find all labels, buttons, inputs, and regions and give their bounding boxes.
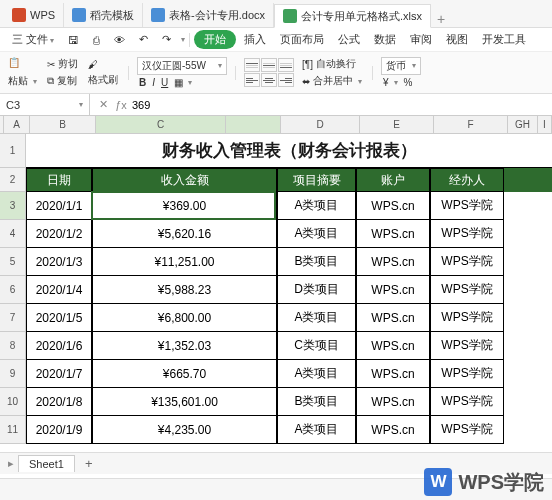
- col-header[interactable]: I: [538, 116, 552, 133]
- row-header[interactable]: 2: [0, 168, 25, 192]
- cut-button[interactable]: ✂剪切: [45, 56, 80, 72]
- col-header[interactable]: A: [4, 116, 30, 133]
- row-header[interactable]: 6: [0, 276, 25, 304]
- cell[interactable]: WPS学院: [430, 248, 504, 276]
- percent-button[interactable]: %: [402, 76, 415, 89]
- cell[interactable]: WPS学院: [430, 304, 504, 332]
- row-header[interactable]: 10: [0, 388, 25, 416]
- table-row[interactable]: 2020/1/3¥11,251.00B类项目WPS.cnWPS学院: [26, 248, 552, 276]
- ribbon-layout[interactable]: 页面布局: [274, 30, 330, 49]
- cell[interactable]: 2020/1/3: [26, 248, 92, 276]
- paste-button[interactable]: 📋: [6, 56, 39, 72]
- row-header[interactable]: 9: [0, 360, 25, 388]
- cell[interactable]: B类项目: [277, 248, 356, 276]
- col-header[interactable]: E: [360, 116, 434, 133]
- formula-input[interactable]: [132, 94, 546, 115]
- cell[interactable]: A类项目: [277, 360, 356, 388]
- cell[interactable]: ¥665.70: [92, 360, 277, 388]
- fx-icon[interactable]: ƒx: [114, 99, 128, 111]
- cell[interactable]: WPS.cn: [356, 360, 430, 388]
- cell[interactable]: WPS.cn: [356, 332, 430, 360]
- cell[interactable]: D类项目: [277, 276, 356, 304]
- ribbon-start[interactable]: 开始: [194, 30, 236, 49]
- paste-label[interactable]: 粘贴▾: [6, 73, 39, 89]
- currency-button[interactable]: ¥▾: [381, 76, 400, 89]
- row-header[interactable]: 1: [0, 134, 25, 168]
- col-header[interactable]: B: [30, 116, 96, 133]
- cell[interactable]: ¥6,800.00: [92, 304, 277, 332]
- cell[interactable]: ¥5,620.16: [92, 220, 277, 248]
- table-row[interactable]: 2020/1/1¥369.00A类项目WPS.cnWPS学院: [26, 192, 552, 220]
- cell[interactable]: 2020/1/7: [26, 360, 92, 388]
- col-header[interactable]: C: [96, 116, 226, 133]
- cell[interactable]: A类项目: [277, 192, 356, 220]
- cell[interactable]: A类项目: [277, 220, 356, 248]
- col-header[interactable]: F: [434, 116, 508, 133]
- row-header[interactable]: 5: [0, 248, 25, 276]
- copy-button[interactable]: ⧉复制: [45, 73, 80, 89]
- cancel-icon[interactable]: ✕: [96, 98, 110, 111]
- table-row[interactable]: 2020/1/4¥5,988.23D类项目WPS.cnWPS学院: [26, 276, 552, 304]
- ribbon-formula[interactable]: 公式: [332, 30, 366, 49]
- ribbon-insert[interactable]: 插入: [238, 30, 272, 49]
- add-sheet-button[interactable]: +: [79, 456, 99, 471]
- bold-button[interactable]: B: [137, 76, 148, 89]
- cell[interactable]: WPS.cn: [356, 276, 430, 304]
- cell[interactable]: WPS.cn: [356, 304, 430, 332]
- align-top[interactable]: [244, 58, 260, 72]
- row-header[interactable]: 3: [0, 192, 25, 220]
- cell[interactable]: WPS学院: [430, 220, 504, 248]
- undo-icon[interactable]: ↶: [133, 31, 154, 48]
- table-row[interactable]: 2020/1/5¥6,800.00A类项目WPS.cnWPS学院: [26, 304, 552, 332]
- table-row[interactable]: 2020/1/6¥1,352.03C类项目WPS.cnWPS学院: [26, 332, 552, 360]
- ribbon-data[interactable]: 数据: [368, 30, 402, 49]
- cell[interactable]: 2020/1/5: [26, 304, 92, 332]
- cell[interactable]: WPS.cn: [356, 388, 430, 416]
- ribbon-review[interactable]: 审阅: [404, 30, 438, 49]
- cell[interactable]: WPS学院: [430, 416, 504, 444]
- align-left[interactable]: [244, 73, 260, 87]
- cell[interactable]: 2020/1/6: [26, 332, 92, 360]
- row-header[interactable]: 4: [0, 220, 25, 248]
- table-row[interactable]: 2020/1/2¥5,620.16A类项目WPS.cnWPS学院: [26, 220, 552, 248]
- align-center[interactable]: [261, 73, 277, 87]
- row-header[interactable]: 8: [0, 332, 25, 360]
- col-header[interactable]: [226, 116, 281, 133]
- cell[interactable]: A类项目: [277, 416, 356, 444]
- align-bottom[interactable]: [278, 58, 294, 72]
- merge-button[interactable]: ⬌ 合并居中▾: [300, 73, 364, 89]
- cell[interactable]: B类项目: [277, 388, 356, 416]
- col-header[interactable]: GH: [508, 116, 538, 133]
- table-row[interactable]: 2020/1/8¥135,601.00B类项目WPS.cnWPS学院: [26, 388, 552, 416]
- name-box[interactable]: C3▾: [0, 94, 90, 115]
- sheet-tab[interactable]: Sheet1: [18, 455, 75, 472]
- cell[interactable]: A类项目: [277, 304, 356, 332]
- tab-docx[interactable]: 表格-会计专用.docx: [143, 3, 274, 27]
- cell[interactable]: WPS学院: [430, 192, 504, 220]
- ribbon-dev[interactable]: 开发工具: [476, 30, 532, 49]
- print-icon[interactable]: ⎙: [87, 32, 106, 48]
- cell[interactable]: 2020/1/4: [26, 276, 92, 304]
- cell[interactable]: WPS学院: [430, 360, 504, 388]
- underline-button[interactable]: U: [159, 76, 170, 89]
- table-row[interactable]: 2020/1/7¥665.70A类项目WPS.cnWPS学院: [26, 360, 552, 388]
- tab-xlsx[interactable]: 会计专用单元格格式.xlsx: [274, 4, 431, 28]
- cell[interactable]: 2020/1/8: [26, 388, 92, 416]
- cell[interactable]: 2020/1/2: [26, 220, 92, 248]
- number-format-selector[interactable]: 货币▾: [381, 57, 421, 75]
- cell[interactable]: WPS.cn: [356, 248, 430, 276]
- cell[interactable]: WPS学院: [430, 332, 504, 360]
- cell[interactable]: ¥4,235.00: [92, 416, 277, 444]
- cell[interactable]: ¥369.00: [92, 192, 277, 220]
- new-tab-button[interactable]: +: [431, 11, 451, 27]
- cell[interactable]: ¥1,352.03: [92, 332, 277, 360]
- cell[interactable]: WPS.cn: [356, 416, 430, 444]
- cell[interactable]: ¥11,251.00: [92, 248, 277, 276]
- tab-wps[interactable]: WPS: [4, 3, 64, 27]
- ribbon-view[interactable]: 视图: [440, 30, 474, 49]
- preview-icon[interactable]: 👁: [108, 32, 131, 48]
- cell[interactable]: WPS.cn: [356, 192, 430, 220]
- wrap-button[interactable]: [¶] 自动换行: [300, 56, 364, 72]
- cell[interactable]: ¥135,601.00: [92, 388, 277, 416]
- row-header[interactable]: 7: [0, 304, 25, 332]
